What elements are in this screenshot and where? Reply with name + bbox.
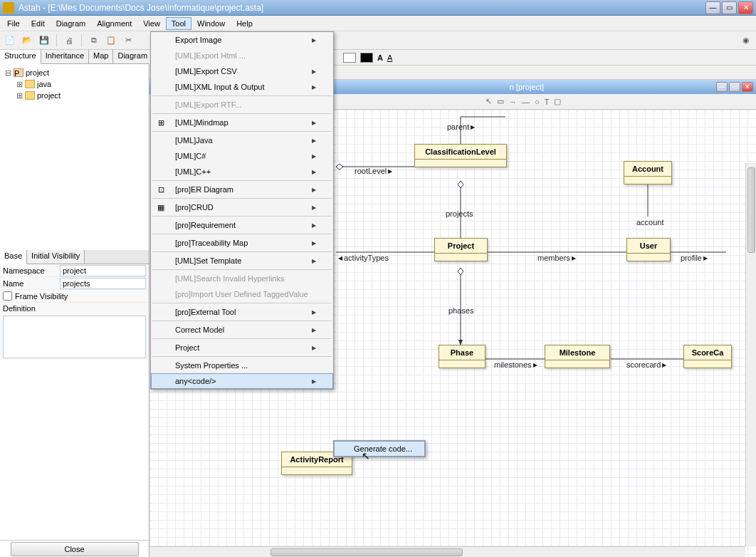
menu-file[interactable]: File <box>1 17 26 30</box>
expand-icon[interactable]: ⊞ <box>16 80 23 89</box>
tool-class-icon[interactable]: ▭ <box>495 97 505 106</box>
menu-window[interactable]: Window <box>191 17 231 30</box>
namespace-field[interactable]: project <box>60 265 146 276</box>
menu-alignment[interactable]: Alignment <box>91 17 137 30</box>
minimize-button[interactable]: — <box>705 1 720 14</box>
namespace-label: Namespace <box>3 266 60 275</box>
label-phases: phases <box>448 306 473 315</box>
structure-tabs: Structure Inheritance Map Diagram <box>0 50 149 64</box>
menu-item[interactable]: ▦[pro]CRUD▶ <box>151 199 333 215</box>
frame-visibility-checkbox[interactable] <box>3 291 12 301</box>
menu-item[interactable]: [UML]Java▶ <box>151 132 333 148</box>
label-rootlevel: rootLevel <box>355 167 392 175</box>
properties-panel: Namespace project Name projects Frame Vi… <box>0 264 149 360</box>
menu-view[interactable]: View <box>137 17 166 30</box>
menu-item[interactable]: any<code/>▶ <box>151 373 333 389</box>
menu-item[interactable]: [UML]Export CSV▶ <box>151 63 333 79</box>
window-titlebar: Astah - [E:\Mes Documents\Docs Jose\Info… <box>0 0 756 16</box>
tool-rect-icon[interactable]: ▢ <box>552 97 562 106</box>
menu-item[interactable]: [UML]XML Input & Output▶ <box>151 79 333 95</box>
horizontal-scrollbar[interactable] <box>149 546 745 557</box>
expand-icon[interactable]: ⊞ <box>16 91 23 100</box>
tree-item-project[interactable]: project <box>37 91 61 100</box>
menu-help[interactable]: Help <box>231 17 258 30</box>
tab-initial-visibility[interactable]: Initial Visibility <box>27 250 85 264</box>
submenu-arrow-icon: ▶ <box>312 327 316 333</box>
document-title: n [project] <box>510 83 544 91</box>
color-swatch[interactable] <box>360 53 373 63</box>
tab-inheritance[interactable]: Inheritance <box>41 50 89 63</box>
name-field[interactable]: projects <box>60 278 146 289</box>
class-user[interactable]: User <box>626 238 671 261</box>
app-icon <box>3 2 14 14</box>
menu-item[interactable]: Correct Model▶ <box>151 322 333 338</box>
definition-field[interactable] <box>3 316 146 358</box>
save-icon[interactable]: 💾 <box>37 33 51 48</box>
menu-item[interactable]: [pro]Requirement▶ <box>151 217 333 233</box>
menu-edit[interactable]: Edit <box>26 17 51 30</box>
tool-select-icon[interactable]: ↖ <box>484 97 493 106</box>
doc-maximize-button[interactable]: ▭ <box>729 82 740 92</box>
menu-item[interactable]: Export Image▶ <box>151 32 333 48</box>
tree-item-root[interactable]: project <box>26 68 49 77</box>
generate-code-item[interactable]: Generate code... <box>334 441 425 457</box>
doc-minimize-button[interactable]: — <box>716 82 728 92</box>
class-milestone[interactable]: Milestone <box>545 345 610 368</box>
tool-circle-icon[interactable]: ○ <box>533 98 541 106</box>
copy-icon[interactable]: ⧉ <box>87 33 101 48</box>
tab-diagram[interactable]: Diagram <box>113 50 152 63</box>
tool-arrow-icon[interactable]: → <box>508 98 518 106</box>
new-icon[interactable]: 📄 <box>3 33 17 48</box>
definition-label: Definition <box>0 303 149 314</box>
tree-item-java[interactable]: java <box>37 80 51 88</box>
open-icon[interactable]: 📂 <box>20 33 34 48</box>
help-icon[interactable]: ◉ <box>739 33 753 48</box>
tool-line-icon[interactable]: — <box>520 98 531 106</box>
crud-icon: ▦ <box>155 202 167 213</box>
submenu-arrow-icon: ▶ <box>312 378 316 385</box>
class-scorecard[interactable]: ScoreCa <box>683 345 732 368</box>
collapse-icon[interactable]: ⊟ <box>4 68 11 78</box>
menu-item: [UML]Search Invalid Hyperlinks <box>151 271 333 286</box>
menu-item[interactable]: [UML]C#▶ <box>151 148 333 164</box>
class-phase[interactable]: Phase <box>439 345 485 368</box>
menu-item[interactable]: System Properties ... <box>151 358 333 373</box>
underline-icon[interactable]: A <box>387 53 392 62</box>
close-button-panel[interactable]: Close <box>11 542 139 556</box>
menu-tool[interactable]: Tool <box>166 17 191 30</box>
menu-item[interactable]: [pro]External Tool▶ <box>151 304 333 320</box>
submenu-arrow-icon: ▶ <box>312 37 316 43</box>
submenu-arrow-icon: ▶ <box>312 204 316 211</box>
tab-map[interactable]: Map <box>89 50 113 63</box>
class-account[interactable]: Account <box>624 161 672 184</box>
frame-visibility-label: Frame Visibility <box>15 292 68 301</box>
close-button[interactable]: ✕ <box>738 1 753 14</box>
maximize-button[interactable]: ▭ <box>722 1 737 14</box>
project-tree[interactable]: ⊟ P project ⊞ java ⊞ project <box>0 64 149 250</box>
class-classification-level[interactable]: ClassificationLevel <box>414 144 507 167</box>
submenu-arrow-icon: ▶ <box>312 187 316 193</box>
vertical-scrollbar[interactable] <box>745 163 756 546</box>
submenu-arrow-icon: ▶ <box>312 258 316 264</box>
tab-base[interactable]: Base <box>0 250 27 264</box>
label-account: account <box>636 218 664 227</box>
tool-text-icon[interactable]: T <box>543 98 551 106</box>
doc-close-button[interactable]: ✕ <box>742 82 753 92</box>
er-icon: ⊡ <box>155 184 167 195</box>
menu-item[interactable]: ⊡[pro]ER Diagram▶ <box>151 182 333 197</box>
paste-icon[interactable]: 📋 <box>104 33 118 48</box>
menu-item[interactable]: ⊞[UML]Mindmap▶ <box>151 115 333 130</box>
print-icon[interactable]: 🖨 <box>62 33 76 48</box>
menu-item[interactable]: Project▶ <box>151 340 333 355</box>
menu-diagram[interactable]: Diagram <box>51 17 92 30</box>
menu-item[interactable]: [UML]C++▶ <box>151 164 333 179</box>
menu-item[interactable]: [pro]Traceability Map▶ <box>151 235 333 251</box>
menu-item[interactable]: [UML]Set Template▶ <box>151 253 333 269</box>
cut-icon[interactable]: ✂ <box>121 33 135 48</box>
font-icon[interactable]: A <box>377 53 383 62</box>
class-project[interactable]: Project <box>434 238 488 261</box>
tab-structure[interactable]: Structure <box>0 50 41 64</box>
mind-icon: ⊞ <box>155 117 167 128</box>
color-swatch[interactable] <box>343 53 356 63</box>
submenu-arrow-icon: ▶ <box>312 137 316 144</box>
